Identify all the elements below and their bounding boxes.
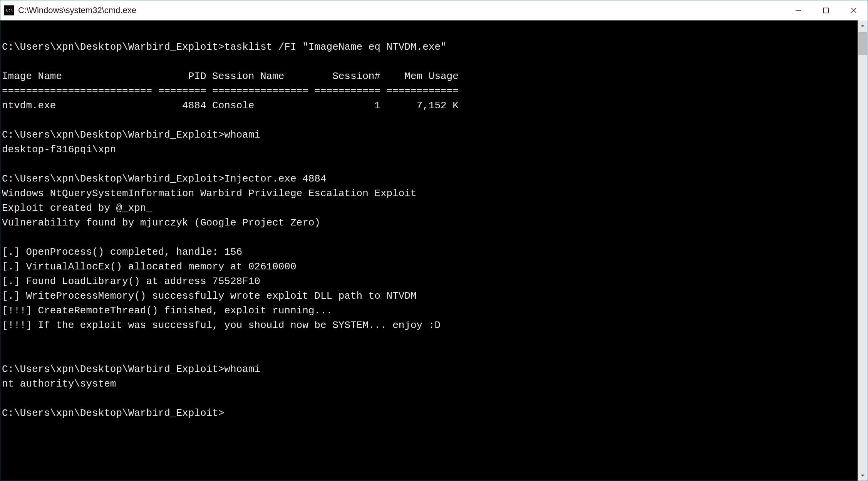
console-area: C:\Users\xpn\Desktop\Warbird_Exploit>tas… <box>0 20 868 481</box>
svg-rect-1 <box>824 8 829 13</box>
close-icon <box>850 7 857 14</box>
cmd-window: C:\ C:\Windows\system32\cmd.exe C:\Users… <box>0 0 868 481</box>
scroll-up-button[interactable] <box>858 20 868 30</box>
titlebar[interactable]: C:\ C:\Windows\system32\cmd.exe <box>0 0 868 20</box>
scroll-down-button[interactable] <box>858 471 868 481</box>
minimize-icon <box>795 7 802 14</box>
console-output[interactable]: C:\Users\xpn\Desktop\Warbird_Exploit>tas… <box>0 20 858 481</box>
minimize-button[interactable] <box>784 0 812 20</box>
close-button[interactable] <box>840 0 868 20</box>
cmd-icon: C:\ <box>4 5 14 15</box>
chevron-up-icon <box>860 23 865 28</box>
maximize-button[interactable] <box>812 0 840 20</box>
vertical-scrollbar[interactable] <box>858 20 868 481</box>
chevron-down-icon <box>860 473 865 478</box>
scroll-thumb[interactable] <box>858 32 867 55</box>
window-title: C:\Windows\system32\cmd.exe <box>18 5 136 15</box>
maximize-icon <box>823 7 829 14</box>
